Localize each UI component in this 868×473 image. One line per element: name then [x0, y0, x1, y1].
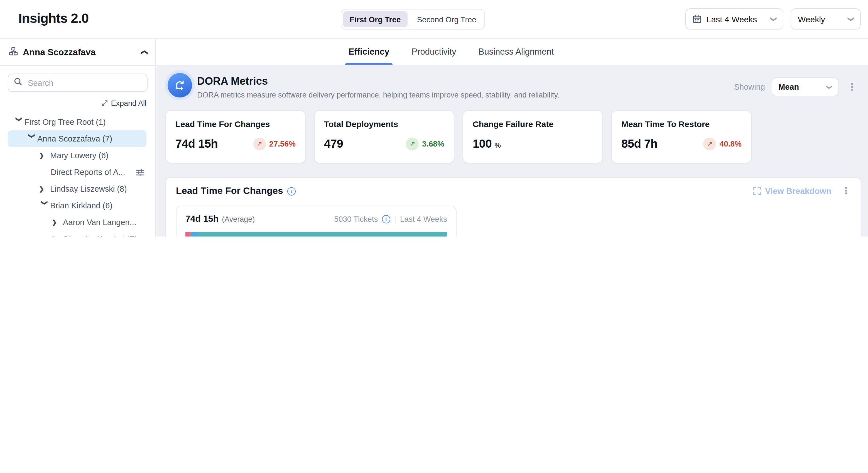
review-segment: [191, 232, 198, 237]
metric-delta: 40.8%: [720, 139, 742, 148]
sidebar-tree-item[interactable]: ❯ Lindsay Liszewski (8): [0, 180, 147, 197]
info-icon[interactable]: i: [287, 187, 296, 195]
average-value: 74d 15h: [185, 214, 219, 224]
metric-value-row: 74d 15h ↗ 27.56%: [175, 137, 296, 150]
metric-card: Change Failure Rate 100 %: [463, 110, 603, 163]
section-kebab-menu[interactable]: ⋮: [839, 185, 853, 197]
metric-card: Total Deployments 479 ↗ 3.68%: [314, 110, 454, 163]
metric-value: 85d 7h: [621, 137, 657, 150]
main-content: Efficiency Productivity Business Alignme…: [156, 39, 868, 237]
metric-value-row: 479 ↗ 3.68%: [324, 137, 444, 150]
average-phase-bar: [185, 232, 447, 237]
dora-metrics-icon: [167, 73, 192, 97]
tabs: Efficiency Productivity Business Alignme…: [348, 39, 554, 65]
insights-app: Insights 2.0 First Org Tree Second Org T…: [0, 0, 868, 237]
metric-value: 479: [324, 137, 343, 150]
toggle-divider: [409, 13, 409, 26]
view-breakdown-button[interactable]: View Breakdown: [753, 186, 831, 196]
sidebar-header[interactable]: Anna Scozzafava ❯: [0, 39, 155, 66]
trend-up-icon: ↗: [406, 137, 419, 150]
section-actions: View Breakdown ⋮: [753, 185, 853, 197]
average-meta: 5030 Tickets i | Last 4 Weeks: [334, 214, 447, 224]
sidebar-tree-item[interactable]: ❯ Aaron Van Langen...: [0, 214, 147, 231]
expand-all-button[interactable]: ⤢ Expand All: [0, 94, 155, 113]
expand-corners-icon: [753, 187, 761, 195]
dora-section-subtitle: DORA metrics measure software delivery p…: [197, 91, 560, 99]
header-controls: Last 4 Weeks ❯ Weekly ❯: [685, 8, 861, 30]
metric-trend-badge: ↗ 27.56%: [253, 137, 296, 150]
granularity-select[interactable]: Weekly ❯: [790, 8, 861, 30]
app-title: Insights 2.0: [19, 10, 89, 26]
sidebar-tree-item[interactable]: Direct Reports of A...: [0, 164, 147, 180]
search-icon: [14, 78, 22, 88]
sidebar-tree-item[interactable]: ❯ First Org Tree Root (1): [0, 114, 147, 130]
metric-card: Lead Time For Changes 74d 15h ↗ 27.56%: [165, 110, 306, 163]
sidebar-tree-item[interactable]: ❯ Sireesha Kunduri (7): [0, 231, 147, 237]
metric-delta: 27.56%: [269, 139, 296, 148]
expand-all-icon: ⤢: [102, 98, 108, 108]
deployment-segment: [197, 232, 447, 237]
average-period: Last 4 Weeks: [400, 214, 447, 224]
chevron-down-icon: ❯: [848, 17, 854, 22]
tree-item-label: Lindsay Liszewski (8): [50, 184, 127, 193]
chevron-down-icon: ❯: [826, 84, 832, 89]
chevron-icon: ❯: [29, 133, 35, 144]
expand-all-label: Expand All: [111, 99, 147, 107]
metric-value: 100: [473, 137, 492, 150]
view-breakdown-label: View Breakdown: [765, 186, 831, 196]
tree-item-label: Direct Reports of A...: [51, 168, 125, 177]
average-summary-card: 74d 15h (Average) 5030 Tickets i | Last …: [176, 206, 457, 237]
trend-up-icon: ↗: [704, 137, 716, 150]
sidebar-tree-item[interactable]: ❯ Brian Kirkland (6): [0, 197, 147, 214]
tree-item-label: Sireesha Kunduri (7): [63, 235, 137, 237]
tree-item-label: Brian Kirkland (6): [50, 201, 113, 210]
tab-business-alignment[interactable]: Business Alignment: [478, 39, 554, 65]
org-tree-icon: [9, 47, 18, 58]
tree-item-label: Aaron Van Langen...: [63, 218, 136, 227]
section-title-row: Lead Time For Changes i: [176, 185, 296, 197]
calendar-icon: [693, 14, 702, 23]
org-tree: ❯ First Org Tree Root (1) ❯ Anna Scozzaf…: [0, 113, 155, 237]
metric-value: 74d 15h: [175, 137, 218, 150]
date-range-value: Last 4 Weeks: [707, 14, 757, 24]
average-label: (Average): [222, 215, 255, 223]
dora-kebab-menu[interactable]: ⋮: [845, 81, 859, 93]
chevron-icon: ❯: [39, 152, 50, 158]
org-sidebar: Anna Scozzafava ❯ ⤢ Expand All ❯ First O…: [0, 39, 156, 237]
metric-title: Total Deployments: [324, 119, 444, 129]
tree-item-label: Anna Scozzafava (7): [37, 134, 112, 143]
granularity-value: Weekly: [798, 14, 825, 24]
toggle-second-org-tree[interactable]: Second Org Tree: [410, 11, 483, 27]
top-header: Insights 2.0 First Org Tree Second Org T…: [0, 0, 868, 39]
toggle-first-org-tree[interactable]: First Org Tree: [343, 11, 408, 27]
planning-segment: [185, 232, 190, 237]
metric-value-row: 85d 7h ↗ 40.8%: [621, 137, 742, 150]
sidebar-tree-item[interactable]: ❯ Anna Scozzafava (7): [8, 130, 147, 147]
chevron-icon: ❯: [39, 186, 50, 192]
tickets-count: 5030 Tickets: [334, 214, 378, 224]
tab-efficiency[interactable]: Efficiency: [348, 39, 389, 65]
tree-item-label: First Org Tree Root (1): [25, 118, 106, 126]
dora-metric-cards: Lead Time For Changes 74d 15h ↗ 27.56% T…: [165, 110, 752, 163]
metric-value-row: 100 %: [473, 137, 593, 150]
sidebar-user-name: Anna Scozzafava: [23, 47, 95, 57]
search-input[interactable]: [27, 78, 142, 88]
metric-trend-badge: ↗ 40.8%: [704, 137, 742, 150]
filter-icon[interactable]: [136, 168, 144, 176]
metric-title: Lead Time For Changes: [175, 119, 296, 129]
metric-delta: 3.68%: [422, 139, 444, 148]
dora-section-title: DORA Metrics: [197, 75, 268, 87]
meta-divider: |: [394, 214, 396, 224]
chevron-icon: ❯: [52, 236, 63, 237]
showing-controls: Showing Mean ❯ ⋮: [734, 78, 859, 96]
lead-time-section: Lead Time For Changes i View Breakdown ⋮…: [165, 177, 861, 237]
info-icon[interactable]: i: [382, 215, 390, 223]
date-range-select[interactable]: Last 4 Weeks ❯: [685, 8, 783, 30]
metric-card: Mean Time To Restore 85d 7h ↗ 40.8%: [611, 110, 752, 163]
tab-productivity[interactable]: Productivity: [411, 39, 456, 65]
sidebar-tree-item[interactable]: ❯ Mary Lowery (6): [0, 147, 147, 164]
chevron-up-icon[interactable]: ❯: [140, 49, 147, 55]
chevron-down-icon: ❯: [771, 17, 777, 22]
showing-select[interactable]: Mean ❯: [772, 78, 838, 96]
tabs-row: Efficiency Productivity Business Alignme…: [156, 39, 868, 65]
